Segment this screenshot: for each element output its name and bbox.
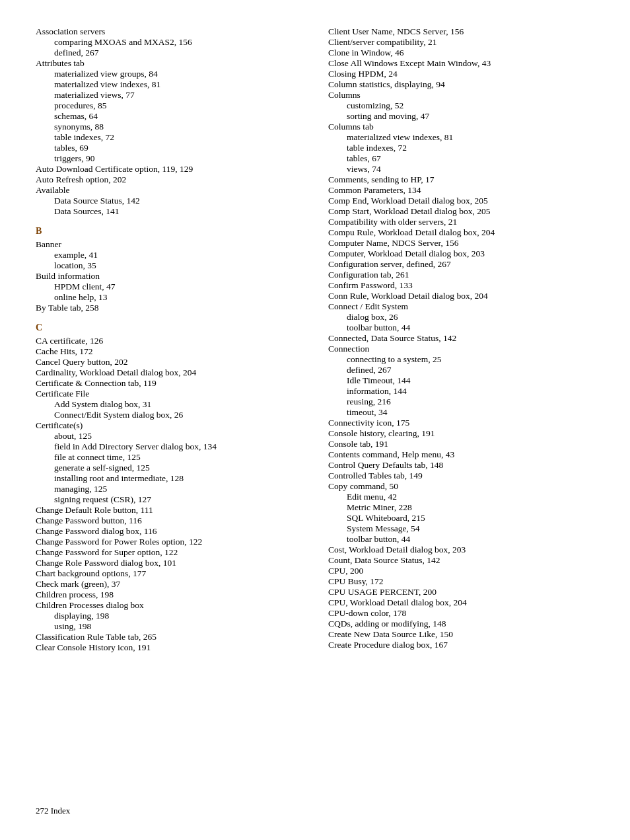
entry-conn-rule: Conn Rule, Workload Detail dialog box, 2… bbox=[328, 291, 594, 301]
entry-connectivity-icon: Connectivity icon, 175 bbox=[328, 418, 594, 428]
entry-by-table-tab: By Table tab, 258 bbox=[36, 303, 302, 313]
left-column: Association servers comparing MXOAS and … bbox=[36, 26, 322, 653]
entry-create-new-data-source: Create New Data Source Like, 150 bbox=[328, 629, 594, 640]
entry-columns-tab: Columns tab bbox=[328, 122, 594, 132]
entry-change-password-btn: Change Password button, 116 bbox=[36, 515, 302, 526]
entry-connected-status: Connected, Data Source Status, 142 bbox=[328, 333, 594, 344]
entry-comp-end: Comp End, Workload Detail dialog box, 20… bbox=[328, 196, 594, 206]
entry-cost-wl: Cost, Workload Detail dialog box, 203 bbox=[328, 545, 594, 555]
entry-controlled-tables: Controlled Tables tab, 149 bbox=[328, 471, 594, 481]
entry-cert-signing: signing request (CSR), 127 bbox=[36, 494, 302, 505]
entry-data-sources-141: Data Sources, 141 bbox=[36, 206, 302, 217]
entry-auto-download: Auto Download Certificate option, 119, 1… bbox=[36, 164, 302, 174]
entry-cpu-down-color: CPU-down color, 178 bbox=[328, 608, 594, 619]
entry-conn-timeout: timeout, 34 bbox=[328, 407, 594, 418]
entry-ca-cert: CA certificate, 126 bbox=[36, 336, 302, 346]
entry-comments: Comments, sending to HP, 17 bbox=[328, 174, 594, 185]
entry-common-params: Common Parameters, 134 bbox=[328, 185, 594, 196]
entry-mat-view-indexes-81: materialized view indexes, 81 bbox=[36, 79, 302, 90]
entry-change-password-dlg: Change Password dialog box, 116 bbox=[36, 526, 302, 537]
entry-synonyms-88: synonyms, 88 bbox=[36, 122, 302, 132]
entry-columns: Columns bbox=[328, 90, 594, 100]
entry-client-user-name: Client User Name, NDCS Server, 156 bbox=[328, 26, 594, 37]
entry-col-tab-table-idx: table indexes, 72 bbox=[328, 143, 594, 153]
entry-cqds: CQDs, adding or modifying, 148 bbox=[328, 619, 594, 629]
entry-data-source-status-142: Data Source Status, 142 bbox=[36, 196, 302, 206]
entry-children-process: Children process, 198 bbox=[36, 590, 302, 600]
entry-cancel-query: Cancel Query button, 202 bbox=[36, 357, 302, 367]
entry-sorting-moving: sorting and moving, 47 bbox=[328, 111, 594, 122]
entry-change-default-role: Change Default Role button, 111 bbox=[36, 505, 302, 515]
entry-console-history: Console history, clearing, 191 bbox=[328, 428, 594, 439]
entry-close-all-windows: Close All Windows Except Main Window, 43 bbox=[328, 58, 594, 69]
entry-connect-edit-system: Connect / Edit System bbox=[328, 301, 594, 312]
entry-connect-dialog: dialog box, 26 bbox=[328, 312, 594, 323]
entry-create-procedure: Create Procedure dialog box, 167 bbox=[328, 640, 594, 650]
entry-schemas-64: schemas, 64 bbox=[36, 111, 302, 122]
entry-association-servers: Association servers bbox=[36, 26, 302, 37]
entry-computer-wl: Computer, Workload Detail dialog box, 20… bbox=[328, 248, 594, 259]
entry-mat-view-groups: materialized view groups, 84 bbox=[36, 69, 302, 79]
entry-cpu-wl: CPU, Workload Detail dialog box, 204 bbox=[328, 597, 594, 608]
section-c: C CA certificate, 126 Cache Hits, 172 Ca… bbox=[36, 323, 302, 653]
entry-copy-sql-whiteboard: SQL Whiteboard, 215 bbox=[328, 513, 594, 523]
entry-conn-reusing: reusing, 216 bbox=[328, 397, 594, 407]
entry-children-using: using, 198 bbox=[36, 621, 302, 632]
entry-change-pw-power: Change Password for Power Roles option, … bbox=[36, 537, 302, 547]
entry-cert-add-system: Add System dialog box, 31 bbox=[36, 399, 302, 410]
entry-comparing-mxoas: comparing MXOAS and MXAS2, 156 bbox=[36, 37, 302, 48]
entry-table-indexes-72: table indexes, 72 bbox=[36, 132, 302, 143]
entry-config-server: Configuration server, defined, 267 bbox=[328, 259, 594, 270]
entry-procedures-85: procedures, 85 bbox=[36, 100, 302, 111]
entry-tables-69: tables, 69 bbox=[36, 143, 302, 153]
entry-copy-edit-menu: Edit menu, 42 bbox=[328, 492, 594, 502]
entry-change-role-pw: Change Role Password dialog box, 101 bbox=[36, 558, 302, 568]
entry-cert-conn-tab: Certificate & Connection tab, 119 bbox=[36, 378, 302, 389]
section-b: B Banner example, 41 location, 35 Build … bbox=[36, 226, 302, 313]
entry-banner: Banner bbox=[36, 239, 302, 250]
entry-cpu-usage-percent: CPU USAGE PERCENT, 200 bbox=[328, 587, 594, 597]
entry-col-tab-tables: tables, 67 bbox=[328, 153, 594, 164]
entry-triggers-90: triggers, 90 bbox=[36, 153, 302, 164]
entry-cert-installing: installing root and intermediate, 128 bbox=[36, 473, 302, 484]
section-c-label: C bbox=[36, 323, 302, 333]
entry-copy-toolbar: toolbar button, 44 bbox=[328, 534, 594, 545]
entry-auto-refresh: Auto Refresh option, 202 bbox=[36, 174, 302, 185]
entry-attributes-tab: Attributes tab bbox=[36, 58, 302, 69]
entry-compat-older: Compatibility with older servers, 21 bbox=[328, 217, 594, 227]
entry-col-tab-views: views, 74 bbox=[328, 164, 594, 174]
entry-build-info: Build information bbox=[36, 271, 302, 282]
entry-cert-about: about, 125 bbox=[36, 431, 302, 441]
entry-hpdm-client: HPDM client, 47 bbox=[36, 282, 302, 292]
entry-connection: Connection bbox=[328, 344, 594, 354]
pre-b-entries: Association servers comparing MXOAS and … bbox=[36, 26, 302, 217]
entry-count-status: Count, Data Source Status, 142 bbox=[328, 555, 594, 566]
entry-banner-location: location, 35 bbox=[36, 260, 302, 271]
entry-cert-file-connect: file at connect time, 125 bbox=[36, 452, 302, 463]
entry-cert-generate: generate a self-signed, 125 bbox=[36, 463, 302, 473]
section-b-label: B bbox=[36, 226, 302, 237]
entry-cache-hits: Cache Hits, 172 bbox=[36, 346, 302, 357]
entry-clone-in-window: Clone in Window, 46 bbox=[328, 48, 594, 58]
entry-column-stats: Column statistics, displaying, 94 bbox=[328, 79, 594, 90]
entry-connect-toolbar: toolbar button, 44 bbox=[328, 323, 594, 333]
page-container: Association servers comparing MXOAS and … bbox=[36, 26, 594, 653]
entry-contents-command: Contents command, Help menu, 43 bbox=[328, 449, 594, 460]
entry-col-tab-mat-view-idx: materialized view indexes, 81 bbox=[328, 132, 594, 143]
entry-copy-system-message: System Message, 54 bbox=[328, 523, 594, 534]
entry-conn-connecting: connecting to a system, 25 bbox=[328, 354, 594, 365]
entry-cert-managing: managing, 125 bbox=[36, 484, 302, 494]
entry-defined-267-assoc: defined, 267 bbox=[36, 48, 302, 58]
entry-children-processes-dlg: Children Processes dialog box bbox=[36, 600, 302, 611]
entry-comp-start: Comp Start, Workload Detail dialog box, … bbox=[328, 206, 594, 217]
entry-client-server-compat: Client/server compatibility, 21 bbox=[328, 37, 594, 48]
entry-console-tab: Console tab, 191 bbox=[328, 439, 594, 449]
entry-conn-information: information, 144 bbox=[328, 386, 594, 397]
entry-copy-command: Copy command, 50 bbox=[328, 481, 594, 492]
entry-children-displaying: displaying, 198 bbox=[36, 611, 302, 621]
entry-config-tab: Configuration tab, 261 bbox=[328, 270, 594, 280]
entry-online-help-13: online help, 13 bbox=[36, 292, 302, 303]
entry-cert-connect-edit: Connect/Edit System dialog box, 26 bbox=[36, 410, 302, 420]
entry-computer-name: Computer Name, NDCS Server, 156 bbox=[328, 238, 594, 248]
entry-conn-idle-timeout: Idle Timeout, 144 bbox=[328, 375, 594, 386]
